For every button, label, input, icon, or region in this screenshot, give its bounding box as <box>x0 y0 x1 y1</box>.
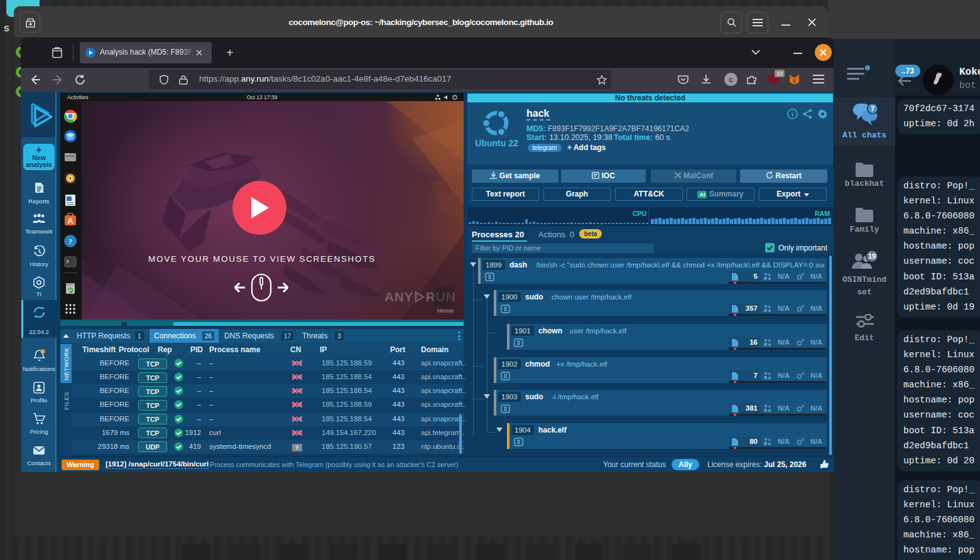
svg-text:A: A <box>68 217 74 225</box>
svg-text:19: 19 <box>868 252 876 260</box>
svg-text:?: ? <box>68 237 73 246</box>
svg-text:7: 7 <box>871 105 874 112</box>
